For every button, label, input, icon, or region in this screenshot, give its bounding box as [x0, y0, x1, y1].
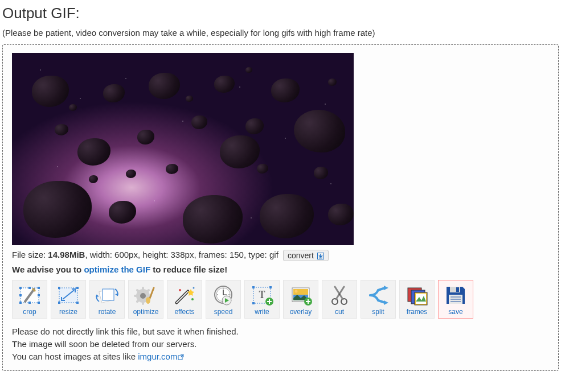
svg-point-44 — [332, 299, 338, 304]
svg-rect-3 — [19, 287, 22, 289]
svg-rect-5 — [19, 302, 22, 304]
svg-rect-7 — [28, 287, 31, 289]
rotate-icon — [93, 284, 121, 307]
tool-label: speed — [214, 308, 233, 316]
save-icon — [442, 284, 469, 307]
width-label: , width: — [85, 250, 114, 259]
overlay-icon — [287, 284, 314, 307]
output-heading: Output GIF: — [2, 5, 559, 22]
note-line-2: The image will soon be deleted from our … — [12, 338, 549, 350]
svg-rect-34 — [269, 286, 272, 288]
height-value: 338px — [171, 250, 194, 259]
output-subtitle: (Please be patient, video conversion may… — [2, 28, 559, 38]
split-button[interactable]: split — [361, 280, 396, 319]
convert-button[interactable]: convert — [283, 250, 329, 261]
write-icon: T — [248, 284, 276, 307]
tool-label: cut — [335, 308, 344, 316]
optimize-gif-link[interactable]: optimize the GIF — [84, 265, 150, 274]
svg-rect-10 — [38, 294, 40, 296]
note-line-3-prefix: You can host images at sites like — [12, 352, 138, 361]
advise-prefix: We advise you to — [12, 265, 84, 274]
type-label: , type: — [244, 250, 269, 259]
optimize-button[interactable]: optimize — [128, 280, 163, 319]
tool-label: frames — [407, 308, 428, 316]
svg-point-19 — [140, 293, 146, 299]
output-panel: File size: 14.98MiB, width: 600px, heigh… — [2, 44, 559, 371]
tool-toolbar: crop resize — [12, 280, 549, 319]
svg-rect-13 — [76, 287, 79, 289]
footer-notes: Please do not directly link this file, b… — [12, 325, 549, 362]
svg-point-46 — [339, 294, 341, 295]
download-arrow-icon — [317, 253, 324, 259]
file-size-label: File size: — [12, 250, 48, 259]
imgur-link[interactable]: imgur.com — [138, 352, 184, 361]
file-metadata: File size: 14.98MiB, width: 600px, heigh… — [12, 250, 549, 261]
tool-label: rotate — [99, 308, 116, 316]
svg-rect-15 — [76, 302, 79, 304]
svg-rect-4 — [38, 287, 40, 289]
tool-label: optimize — [133, 308, 159, 316]
svg-text:T: T — [259, 289, 265, 300]
note-line-3: You can host images at sites like imgur.… — [12, 350, 549, 363]
tool-label: overlay — [290, 308, 312, 316]
effects-button[interactable]: effects — [167, 280, 202, 319]
svg-rect-35 — [252, 302, 255, 304]
cut-icon — [326, 284, 353, 307]
cut-button[interactable]: cut — [322, 280, 357, 319]
optimize-icon — [132, 284, 159, 307]
type-value: gif — [269, 250, 279, 259]
tool-label: crop — [23, 308, 36, 316]
save-button[interactable]: save — [438, 280, 473, 319]
tool-label: split — [372, 308, 384, 316]
file-size-value: 14.98MiB — [48, 250, 85, 259]
svg-rect-8 — [28, 302, 31, 304]
svg-point-45 — [341, 299, 347, 304]
svg-rect-6 — [38, 302, 40, 304]
resize-button[interactable]: resize — [51, 280, 86, 319]
frames-icon — [403, 284, 431, 307]
resize-icon — [55, 284, 82, 307]
convert-label: convert — [288, 251, 314, 260]
svg-rect-14 — [58, 302, 60, 304]
external-link-icon — [178, 354, 184, 360]
speed-button[interactable]: speed — [206, 280, 241, 319]
tool-label: write — [255, 308, 269, 316]
frames-value: 150 — [230, 250, 244, 259]
optimize-advice: We advise you to optimize the GIF to red… — [12, 265, 549, 274]
split-icon — [365, 284, 392, 307]
overlay-button[interactable]: overlay — [283, 280, 318, 319]
rotate-button[interactable]: rotate — [89, 280, 125, 319]
frames-label: , frames: — [194, 250, 230, 259]
note-line-1: Please do not directly link this file, b… — [12, 325, 549, 338]
svg-rect-33 — [252, 286, 255, 288]
svg-rect-17 — [103, 289, 114, 300]
gif-preview-image[interactable] — [12, 53, 354, 245]
effects-icon — [171, 284, 198, 307]
tool-label: resize — [59, 308, 77, 316]
svg-rect-12 — [58, 287, 60, 289]
crop-icon — [16, 284, 43, 307]
height-label: , height: — [138, 250, 171, 259]
write-button[interactable]: T write — [244, 280, 280, 319]
svg-rect-9 — [19, 294, 22, 296]
svg-point-20 — [179, 289, 181, 291]
width-value: 600px — [114, 250, 138, 259]
tool-label: effects — [174, 308, 194, 316]
svg-rect-52 — [456, 287, 459, 292]
tool-label: save — [448, 308, 462, 316]
svg-point-41 — [295, 290, 298, 293]
crop-button[interactable]: crop — [12, 280, 47, 319]
svg-point-21 — [191, 298, 194, 300]
frames-button[interactable]: frames — [399, 280, 435, 319]
speed-icon — [210, 284, 237, 307]
advise-suffix: to reduce file size! — [150, 265, 227, 274]
svg-point-22 — [193, 287, 195, 289]
